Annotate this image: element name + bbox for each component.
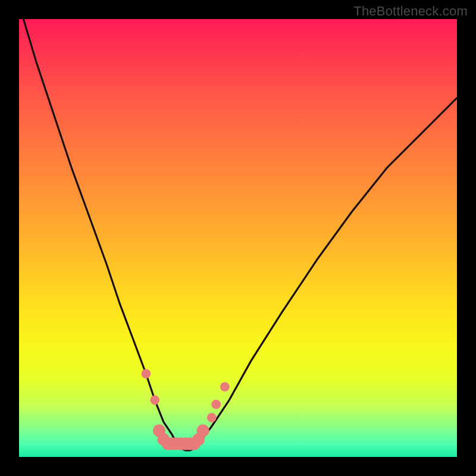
- outer-frame: TheBottleneck.com: [0, 0, 476, 476]
- curve-markers: [142, 369, 230, 450]
- curve-marker: [142, 369, 151, 378]
- chart-overlay: [19, 19, 457, 457]
- curve-marker: [207, 413, 217, 422]
- curve-marker: [220, 382, 230, 392]
- bottleneck-curve: [23, 19, 457, 450]
- curve-marker: [211, 400, 221, 409]
- curve-marker: [197, 424, 209, 437]
- curve-marker: [150, 395, 159, 405]
- attribution-text: TheBottleneck.com: [353, 4, 468, 19]
